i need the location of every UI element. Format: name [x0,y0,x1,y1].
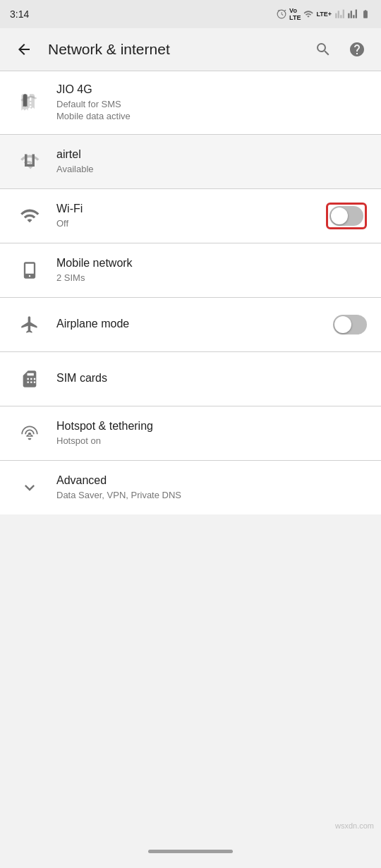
battery-icon [360,9,371,19]
app-bar-actions [310,37,370,62]
advanced-title: Advanced [56,474,367,488]
airplane-title: Airplane mode [56,317,322,332]
airtel-item[interactable]: airtel Available [0,135,381,188]
wifi-item[interactable]: Wi-Fi Off [0,189,381,243]
advanced-subtitle: Data Saver, VPN, Private DNS [56,490,367,502]
airtel-icon [14,146,45,177]
airplane-item[interactable]: Airplane mode [0,298,381,351]
wifi-content: Wi-Fi Off [56,202,315,230]
airplane-toggle-action [333,315,367,334]
wifi-icon [14,200,45,231]
help-button[interactable] [344,37,370,62]
airtel-title: airtel [56,147,367,162]
wifi-toggle-action [326,203,367,229]
mobile-network-title: Mobile network [56,256,367,271]
mobile-network-icon [14,255,45,286]
wifi-toggle-thumb [331,207,348,224]
status-time: 3:14 [10,8,29,20]
sim-cards-title: SIM cards [56,371,367,386]
hotspot-content: Hotspot & tethering Hotspot on [56,419,367,447]
search-button[interactable] [310,37,336,62]
jio-title: JIO 4G [56,83,367,97]
airplane-toggle-thumb [334,316,351,333]
hotspot-subtitle: Hotspot on [56,435,367,447]
advanced-item[interactable]: Advanced Data Saver, VPN, Private DNS [0,461,381,514]
jio-subtitle: Default for SMSMobile data active [56,99,367,123]
airplane-toggle[interactable] [333,315,367,334]
wifi-toggle-highlight [326,203,367,229]
wifi-status-icon [303,9,313,19]
hotspot-icon [14,418,45,449]
mobile-network-item[interactable]: Mobile network 2 SIMs [0,243,381,297]
lte-plus-icon: LTE+ [316,11,332,18]
airtel-subtitle: Available [56,164,367,176]
jio-icon [14,87,45,118]
lte-icon: VoLTE [289,7,301,21]
alarm-icon [277,9,286,19]
hotspot-item[interactable]: Hotspot & tethering Hotspot on [0,406,381,460]
back-button[interactable] [11,37,37,62]
app-bar: Network & internet [0,28,381,71]
wifi-subtitle: Off [56,218,315,230]
signal-bar-1-icon [334,9,344,19]
page-title: Network & internet [48,41,299,58]
status-bar: 3:14 VoLTE LTE+ [0,0,381,28]
airplane-icon [14,309,45,340]
jio-content: JIO 4G Default for SMSMobile data active [56,83,367,123]
advanced-icon [14,472,45,503]
bottom-bar [0,834,381,868]
hotspot-title: Hotspot & tethering [56,419,367,434]
status-icons: VoLTE LTE+ [277,7,371,21]
sim-cards-item[interactable]: SIM cards [0,352,381,406]
advanced-content: Advanced Data Saver, VPN, Private DNS [56,474,367,502]
bottom-handle [148,850,233,853]
wifi-title: Wi-Fi [56,202,315,217]
settings-list: JIO 4G Default for SMSMobile data active… [0,71,381,514]
mobile-network-content: Mobile network 2 SIMs [56,256,367,284]
watermark: wsxdn.com [335,821,374,830]
signal-bar-2-icon [347,9,357,19]
airplane-content: Airplane mode [56,317,322,332]
sim-icon [14,363,45,394]
mobile-network-subtitle: 2 SIMs [56,272,367,284]
jio-item[interactable]: JIO 4G Default for SMSMobile data active [0,71,381,134]
sim-cards-content: SIM cards [56,371,367,386]
airtel-content: airtel Available [56,147,367,176]
wifi-toggle[interactable] [329,206,363,226]
